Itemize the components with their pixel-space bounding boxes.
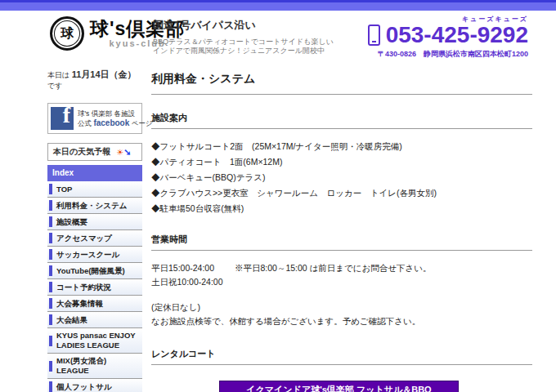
index-header: Index [47,165,142,181]
phone-row: キューズキューズ 053-425-9292 [368,15,528,46]
sidebar-item-access-map[interactable]: アクセスマップ [47,230,142,247]
hours-maintenance-note: なお施設点検等で、休館する場合がございます。予めご確認下さい。 [151,314,532,328]
header-tagline-block: 国道1号バイパス沿い BBQテラス＆パティオコートでコートサイドも楽しい インド… [153,18,334,56]
weather-forecast-link[interactable]: 本日の天気予報 ☀ ➘ [47,143,142,161]
sidebar-item-facility[interactable]: 施設概要 [47,214,142,230]
facility-item: ◆クラブハウス>>更衣室 シャワールーム ロッカー トイレ(各男女別) [151,185,532,201]
main-content: 利用料金・システム 施設案内 ◆フットサルコート2面 (25M×17M/ナイター… [151,72,532,392]
hours-weekend: 土日祝10:00-24:00 [151,275,532,289]
sidebar-item-tournament-info[interactable]: 大会募集情報 [47,296,142,312]
sidebar-item-top[interactable]: TOP [47,181,142,198]
header-description: BBQテラス＆パティオコートでコートサイドも楽しい インドアで雨風関係ナシ！ジュ… [153,38,334,56]
today-prefix: 本日は [47,71,70,79]
rental-heading: レンタルコート [151,348,532,365]
menu-bullet-bar [49,336,52,346]
header-description-line1: BBQテラス＆パティオコートでコートサイドも楽しい [153,38,334,47]
site-header: 球 球's倶楽部 kyus-club 国道1号バイパス沿い BBQテラス＆パティ… [0,11,556,65]
page-title: 利用料金・システム [151,72,532,95]
sun-icon: ☀ [116,148,123,157]
sidebar-item-personal-futsal[interactable]: 個人フットサル [47,379,142,392]
hours-weekday-note: ※平日8:00～15:00 は前日までにお問合せ下さい。 [235,263,432,273]
menu-bullet-bar [49,381,52,392]
menu-bullet-bar [49,216,52,227]
facility-item: ◆バーベキュー(BBQ)テラス) [151,170,532,185]
menu-bullet-bar [49,233,52,243]
today-date-line: 本日は 11月14日（金） です [47,69,142,91]
facebook-line2: 公式 facebook ページ [78,118,153,128]
facility-item: ◆駐車場50台収容(無料) [151,201,532,216]
hours-weekday: 平日15:00-24:00 [151,263,214,273]
rental-section: レンタルコート イクマインドア球's倶楽部 フットサル＆BBQ ＜レンタルコート… [151,348,532,392]
spacer [151,289,532,301]
menu-bullet-bar [49,298,52,309]
sidebar-item-label: TOP [56,185,72,194]
sidebar-item-pricing[interactable]: 利用料金・システム [47,198,142,214]
hours-heading: 営業時間 [151,234,532,251]
weather-label: 本日の天気予報 [53,146,110,158]
sidebar-item-soccer-school[interactable]: サッカースクール [47,247,142,263]
menu-bullet-bar [49,361,52,372]
hours-closed-note: (定休日なし) [151,301,532,314]
facebook-brand: facebook [93,118,129,127]
club-seal-icon: 球 [50,16,84,51]
table-title-banner: イクマインドア球's倶楽部 フットサル＆BBQ [219,381,459,392]
facebook-suffix: ページ [132,119,153,127]
hours-weekday-row: 平日15:00-24:00 ※平日8:00～15:00 は前日までにお問合せ下さ… [151,261,532,275]
sidebar-item-tournament-results[interactable]: 大会結果 [47,312,142,328]
sidebar-item-label: 大会結果 [56,315,87,325]
facility-item: ◆パティオコート 1面(6M×12M) [151,154,532,170]
sidebar-item-label: 利用料金・システム [56,201,127,211]
menu-bullet-bar [49,200,52,211]
sidebar-item-mix-league[interactable]: MIX(男女混合) LEAGUE [47,354,142,379]
sidebar-item-court-reservation[interactable]: コート予約状況 [47,279,142,296]
today-suffix: です [47,82,62,90]
sidebar-item-ladies-league[interactable]: KYUS pansac ENJOY LADIES LEAGUE [47,328,142,354]
header-description-line2: インドアで雨風関係ナシ！ジュニアスクール開校中 [153,47,334,56]
menu-bullet-bar [49,249,52,260]
club-seal-kanji: 球 [61,25,74,42]
facility-heading: 施設案内 [151,112,532,129]
facebook-link-text: 球's 倶楽部 各施設 公式 facebook ページ [78,109,153,128]
header-band [0,2,556,11]
sidebar-item-label: MIX(男女混合) LEAGUE [56,356,141,376]
phone-text: キューズキューズ 053-425-9292 [386,15,528,46]
sidebar-item-label: コート予約状況 [56,283,111,292]
hours-section: 営業時間 平日15:00-24:00 ※平日8:00～15:00 は前日までにお… [151,234,532,328]
sidebar-item-label: 大会募集情報 [56,299,103,309]
sidebar-item-label: 施設概要 [56,217,87,227]
sidebar-item-label: KYUS pansac ENJOY LADIES LEAGUE [56,331,141,350]
hours-body: 平日15:00-24:00 ※平日8:00～15:00 は前日までにお問合せ下さ… [151,261,532,328]
rental-price-table: イクマインドア球's倶楽部 フットサル＆BBQ ＜レンタルコート料金表＞（５月案… [219,381,459,392]
sidebar-item-youtube[interactable]: YouTube(開催風景) [47,263,142,279]
today-date: 11月14日（金） [72,69,137,79]
facility-item: ◆フットサルコート2面 (25M×17M/ナイター照明・冷暖房完備) [151,139,532,154]
facility-list: ◆フットサルコート2面 (25M×17M/ナイター照明・冷暖房完備) ◆パティオ… [151,139,532,216]
facebook-icon: f [51,107,74,130]
weather-arrow-icon: ➘ [123,147,131,158]
header-tagline: 国道1号バイパス沿い [153,18,334,33]
facebook-prefix: 公式 [78,119,92,127]
sidebar-item-label: YouTube(開催風景) [56,266,125,276]
menu-bullet-bar [49,265,52,276]
sidebar: 本日は 11月14日（金） です f 球's 倶楽部 各施設 公式 facebo… [47,69,142,392]
menu-bullet-bar [49,282,52,292]
sidebar-item-label: アクセスマップ [56,234,112,243]
facility-section: 施設案内 ◆フットサルコート2面 (25M×17M/ナイター照明・冷暖房完備) … [151,112,532,216]
sidebar-item-label: サッカースクール [56,250,119,260]
contact-block: キューズキューズ 053-425-9292 〒430-0826 静岡県浜松市南区… [368,15,528,60]
mobile-phone-icon [368,24,380,46]
menu-bullet-bar [49,184,52,194]
facebook-link-box[interactable]: f 球's 倶楽部 各施設 公式 facebook ページ [47,103,142,134]
menu-bullet-bar [49,314,52,325]
phone-number: 053-425-9292 [386,24,528,46]
sidebar-item-label: 個人フットサル [56,382,112,392]
facebook-line1: 球's 倶楽部 各施設 [78,109,153,118]
postal-address: 〒430-0826 静岡県浜松市南区四本松町1200 [368,49,528,60]
sidebar-menu: TOP 利用料金・システム 施設概要 アクセスマップ サッカースクール YouT… [47,181,142,392]
